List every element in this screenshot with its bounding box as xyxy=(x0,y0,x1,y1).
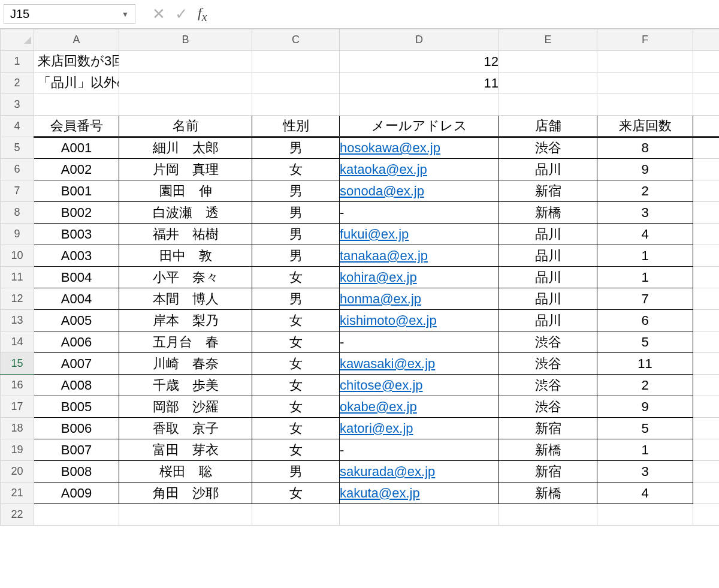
cell-A11[interactable]: B004 xyxy=(34,267,119,288)
cell-B11[interactable]: 小平 奈々 xyxy=(119,267,252,288)
cell-E9[interactable]: 品川 xyxy=(499,224,597,245)
cell-A19[interactable]: B007 xyxy=(34,439,119,461)
row-header-18[interactable]: 18 xyxy=(1,418,34,439)
cell-overflow[interactable] xyxy=(693,461,720,483)
cell-B5[interactable]: 細川 太郎 xyxy=(119,137,252,159)
cell-overflow[interactable] xyxy=(693,73,720,94)
cell-D19[interactable]: - xyxy=(340,439,499,461)
cell-F3[interactable] xyxy=(597,94,693,116)
cell-F18[interactable]: 5 xyxy=(597,418,693,439)
cell-C1[interactable] xyxy=(252,51,340,73)
row-header-22[interactable]: 22 xyxy=(1,504,34,526)
cell-E11[interactable]: 品川 xyxy=(499,267,597,288)
cell-overflow[interactable] xyxy=(693,396,720,418)
cell-E6[interactable]: 品川 xyxy=(499,159,597,180)
cell-F10[interactable]: 1 xyxy=(597,245,693,267)
cell-D20[interactable]: sakurada@ex.jp xyxy=(340,461,499,483)
cell-C14[interactable]: 女 xyxy=(252,331,340,353)
column-header-F[interactable]: F xyxy=(597,29,693,51)
cell-B21[interactable]: 角田 沙耶 xyxy=(119,483,252,504)
cell-E19[interactable]: 新橋 xyxy=(499,439,597,461)
cell-A21[interactable]: A009 xyxy=(34,483,119,504)
cell-E14[interactable]: 渋谷 xyxy=(499,331,597,353)
row-header-11[interactable]: 11 xyxy=(1,267,34,288)
cell-A22[interactable] xyxy=(34,504,119,526)
cell-C16[interactable]: 女 xyxy=(252,375,340,396)
cell-F12[interactable]: 7 xyxy=(597,288,693,310)
cell-overflow[interactable] xyxy=(693,288,720,310)
cell-F22[interactable] xyxy=(597,504,693,526)
cell-C7[interactable]: 男 xyxy=(252,180,340,202)
cell-overflow[interactable] xyxy=(693,137,720,159)
cell-A9[interactable]: B003 xyxy=(34,224,119,245)
cell-A16[interactable]: A008 xyxy=(34,375,119,396)
cell-A5[interactable]: A001 xyxy=(34,137,119,159)
cell-A2[interactable]: 「品川」以外の店舗の来客数を数える xyxy=(34,73,119,94)
row-header-3[interactable]: 3 xyxy=(1,94,34,116)
cell-overflow[interactable] xyxy=(693,439,720,461)
cell-B19[interactable]: 富田 芽衣 xyxy=(119,439,252,461)
cell-overflow[interactable] xyxy=(693,116,720,137)
cell-F9[interactable]: 4 xyxy=(597,224,693,245)
cell-C3[interactable] xyxy=(252,94,340,116)
row-header-20[interactable]: 20 xyxy=(1,461,34,483)
row-header-15[interactable]: 15 xyxy=(1,353,34,375)
row-header-19[interactable]: 19 xyxy=(1,439,34,461)
cell-A14[interactable]: A006 xyxy=(34,331,119,353)
cell-C4[interactable]: 性別 xyxy=(252,116,340,137)
cell-F16[interactable]: 2 xyxy=(597,375,693,396)
cell-C21[interactable]: 女 xyxy=(252,483,340,504)
cell-C20[interactable]: 男 xyxy=(252,461,340,483)
cell-D15[interactable]: kawasaki@ex.jp xyxy=(340,353,499,375)
cell-overflow[interactable] xyxy=(693,224,720,245)
cell-B4[interactable]: 名前 xyxy=(119,116,252,137)
cell-F1[interactable] xyxy=(597,51,693,73)
cell-C13[interactable]: 女 xyxy=(252,310,340,331)
cell-overflow[interactable] xyxy=(693,331,720,353)
cell-overflow[interactable] xyxy=(693,353,720,375)
cell-D4[interactable]: メールアドレス xyxy=(340,116,499,137)
cell-C19[interactable]: 女 xyxy=(252,439,340,461)
row-header-21[interactable]: 21 xyxy=(1,483,34,504)
cell-C22[interactable] xyxy=(252,504,340,526)
cell-overflow[interactable] xyxy=(693,159,720,180)
column-header-D[interactable]: D xyxy=(340,29,499,51)
cell-A6[interactable]: A002 xyxy=(34,159,119,180)
cell-E4[interactable]: 店舗 xyxy=(499,116,597,137)
cell-E18[interactable]: 新宿 xyxy=(499,418,597,439)
cell-F20[interactable]: 3 xyxy=(597,461,693,483)
cell-F11[interactable]: 1 xyxy=(597,267,693,288)
cell-D22[interactable] xyxy=(340,504,499,526)
cell-E12[interactable]: 品川 xyxy=(499,288,597,310)
cell-C8[interactable]: 男 xyxy=(252,202,340,224)
cell-E8[interactable]: 新橋 xyxy=(499,202,597,224)
cell-F19[interactable]: 1 xyxy=(597,439,693,461)
cell-overflow[interactable] xyxy=(693,483,720,504)
cell-overflow[interactable] xyxy=(693,51,720,73)
cell-F5[interactable]: 8 xyxy=(597,137,693,159)
cell-F13[interactable]: 6 xyxy=(597,310,693,331)
cell-B10[interactable]: 田中 敦 xyxy=(119,245,252,267)
cell-B13[interactable]: 岸本 梨乃 xyxy=(119,310,252,331)
fx-icon[interactable]: fx xyxy=(193,5,212,24)
cell-D5[interactable]: hosokawa@ex.jp xyxy=(340,137,499,159)
cell-B9[interactable]: 福井 祐樹 xyxy=(119,224,252,245)
cell-F6[interactable]: 9 xyxy=(597,159,693,180)
cell-E7[interactable]: 新宿 xyxy=(499,180,597,202)
cell-A7[interactable]: B001 xyxy=(34,180,119,202)
cell-B17[interactable]: 岡部 沙羅 xyxy=(119,396,252,418)
cell-D7[interactable]: sonoda@ex.jp xyxy=(340,180,499,202)
row-header-8[interactable]: 8 xyxy=(1,202,34,224)
column-header-A[interactable]: A xyxy=(34,29,119,51)
cell-E2[interactable] xyxy=(499,73,597,94)
cell-D18[interactable]: katori@ex.jp xyxy=(340,418,499,439)
column-header-C[interactable]: C xyxy=(252,29,340,51)
row-header-4[interactable]: 4 xyxy=(1,116,34,137)
cell-A12[interactable]: A004 xyxy=(34,288,119,310)
cell-F8[interactable]: 3 xyxy=(597,202,693,224)
row-header-2[interactable]: 2 xyxy=(1,73,34,94)
cell-E21[interactable]: 新橋 xyxy=(499,483,597,504)
cell-D21[interactable]: kakuta@ex.jp xyxy=(340,483,499,504)
cell-B16[interactable]: 千歳 歩美 xyxy=(119,375,252,396)
cell-overflow[interactable] xyxy=(693,375,720,396)
